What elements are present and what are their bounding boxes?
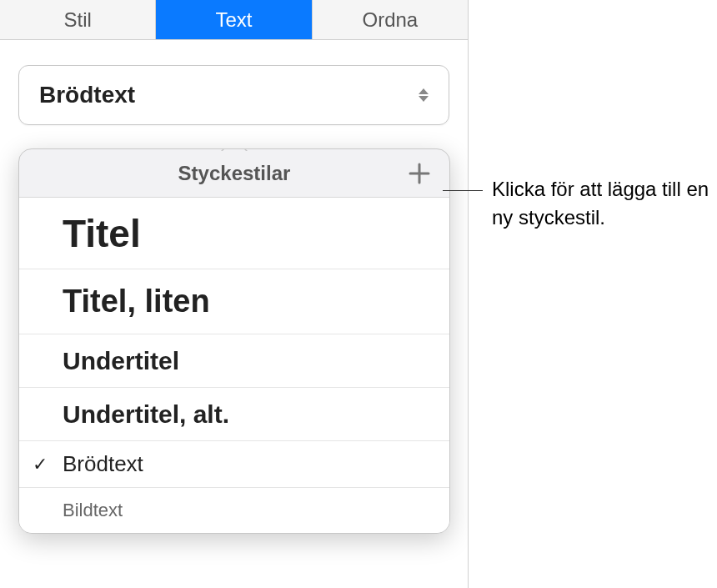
- paragraph-styles-popover: Styckestilar Titel Titel, liten Undertit…: [18, 148, 450, 534]
- style-item-label: Undertitel: [63, 347, 179, 375]
- style-item-undertitel-alt[interactable]: Undertitel, alt.: [19, 388, 449, 441]
- callout-leader-line: [443, 190, 483, 191]
- style-item-titel[interactable]: Titel: [19, 198, 449, 269]
- popover-title: Styckestilar: [178, 162, 291, 185]
- paragraph-style-selector[interactable]: Brödtext: [18, 65, 449, 125]
- style-item-label: Bildtext: [63, 500, 123, 521]
- style-item-brodtext[interactable]: ✓ Brödtext: [19, 441, 449, 488]
- paragraph-style-list: Titel Titel, liten Undertitel Undertitel…: [19, 198, 449, 533]
- plus-icon: [409, 163, 430, 184]
- checkmark-icon: ✓: [33, 454, 48, 475]
- tab-stil[interactable]: Stil: [0, 0, 156, 39]
- style-item-titel-liten[interactable]: Titel, liten: [19, 269, 449, 334]
- style-item-label: Titel: [63, 211, 141, 256]
- style-item-label: Brödtext: [63, 451, 143, 477]
- style-item-label: Titel, liten: [63, 284, 210, 319]
- tab-ordna[interactable]: Ordna: [313, 0, 468, 39]
- callout-text: Klicka för att lägga till en ny styckest…: [492, 175, 713, 232]
- paragraph-style-selector-label: Brödtext: [39, 82, 135, 108]
- add-style-button[interactable]: [406, 160, 433, 187]
- style-item-label: Undertitel, alt.: [63, 400, 229, 429]
- inspector-panel: Stil Text Ordna Brödtext Styckestilar Ti…: [0, 0, 469, 588]
- style-item-undertitel[interactable]: Undertitel: [19, 334, 449, 388]
- popover-header: Styckestilar: [19, 149, 449, 198]
- style-item-bildtext[interactable]: Bildtext: [19, 488, 449, 533]
- tab-text[interactable]: Text: [156, 0, 312, 39]
- chevron-updown-icon: [419, 88, 429, 102]
- format-tabs: Stil Text Ordna: [0, 0, 468, 40]
